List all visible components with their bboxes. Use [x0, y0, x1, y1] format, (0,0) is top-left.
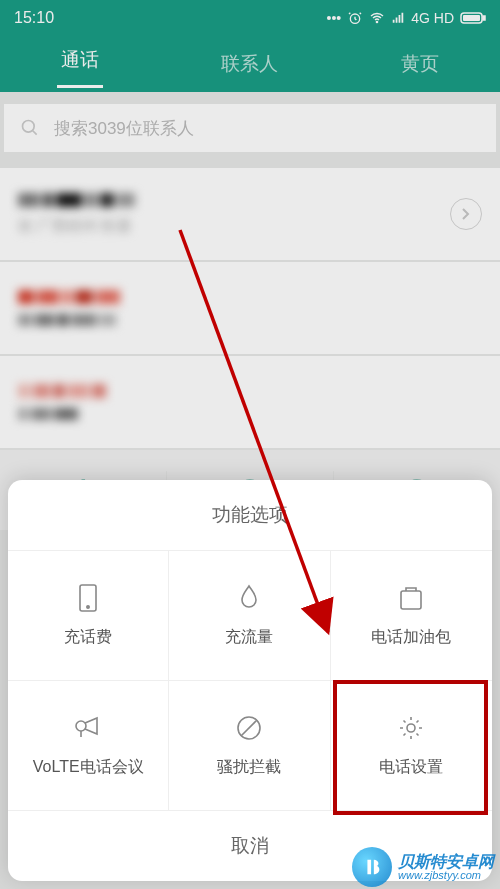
phone-card-icon [73, 583, 103, 613]
option-volte[interactable]: VoLTE电话会议 [8, 680, 169, 810]
svg-point-8 [87, 606, 89, 608]
svg-point-10 [76, 721, 86, 731]
svg-line-12 [241, 720, 257, 736]
sheet-title: 功能选项 [8, 480, 492, 550]
watermark-title: 贝斯特安卓网 [398, 854, 494, 870]
watermark-url: www.zjbstyy.com [398, 870, 494, 881]
package-icon [396, 583, 426, 613]
option-booster[interactable]: 电话加油包 [331, 550, 492, 680]
option-label: 电话加油包 [371, 627, 451, 648]
sheet-grid: 充话费 充流量 电话加油包 VoLTE电话会议 骚扰拦截 [8, 550, 492, 810]
loudspeaker-icon [73, 713, 103, 743]
option-label: 电话设置 [379, 757, 443, 778]
option-label: 充流量 [225, 627, 273, 648]
option-label: VoLTE电话会议 [33, 757, 144, 778]
option-label: 骚扰拦截 [217, 757, 281, 778]
watermark-logo-icon [352, 847, 392, 887]
option-data[interactable]: 充流量 [169, 550, 330, 680]
svg-rect-9 [401, 591, 421, 609]
droplet-icon [234, 583, 264, 613]
option-label: 充话费 [64, 627, 112, 648]
svg-point-13 [407, 724, 415, 732]
option-block[interactable]: 骚扰拦截 [169, 680, 330, 810]
action-sheet: 功能选项 充话费 充流量 电话加油包 VoLTE电话会议 [8, 480, 492, 881]
block-icon [234, 713, 264, 743]
option-topup[interactable]: 充话费 [8, 550, 169, 680]
watermark: 贝斯特安卓网 www.zjbstyy.com [352, 847, 494, 887]
gear-icon [396, 713, 426, 743]
option-settings[interactable]: 电话设置 [331, 680, 492, 810]
